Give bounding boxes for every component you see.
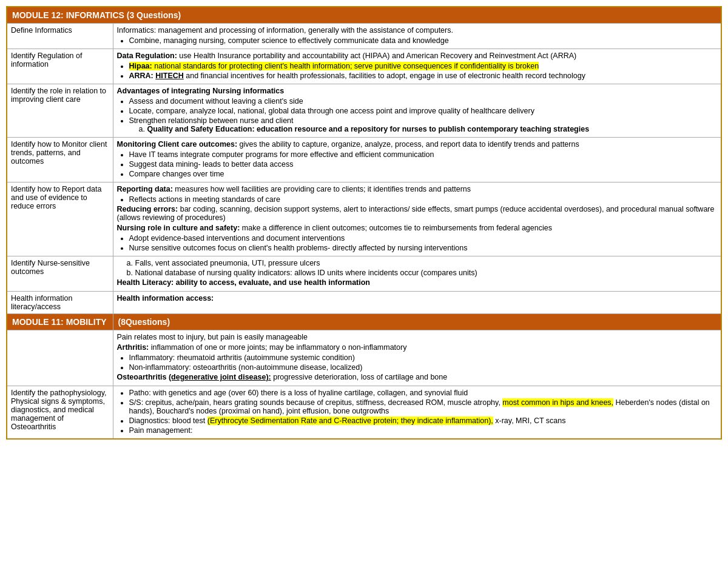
left-label: Identify the role in relation to improvi… <box>7 84 113 138</box>
module11-header-row: MODULE 11: MOBILITY (8Questions) <box>7 314 721 330</box>
left-label: Identify Regulation of information <box>7 49 113 84</box>
table-row: Identify Regulation of information Data … <box>7 49 721 84</box>
left-label: Identify the pathophysiology, Physical s… <box>7 386 113 440</box>
right-content: Pain relates most to injury, but pain is… <box>113 330 721 386</box>
table-row: Define Informatics Informatics: manageme… <box>7 24 721 49</box>
module12-header-row: MODULE 12: INFORMATICS (3 Questions) <box>7 7 721 24</box>
right-content: Data Regulation: use Health Insurance po… <box>113 49 721 84</box>
left-label: Define Informatics <box>7 24 113 49</box>
left-label: Health information literacy/access <box>7 292 113 314</box>
right-content: Monitoring Client care outcomes: gives t… <box>113 138 721 182</box>
left-label <box>7 330 113 386</box>
table-row: Identify the pathophysiology, Physical s… <box>7 386 721 440</box>
table-row: Identify the role in relation to improvi… <box>7 84 721 138</box>
left-label: Identify Nurse-sensitive outcomes <box>7 256 113 292</box>
left-label: Identify how to Monitor client trends, p… <box>7 138 113 182</box>
right-content: Health information access: <box>113 292 721 314</box>
right-content: Informatics: management and processing o… <box>113 24 721 49</box>
right-content: Falls, vent associated pneumonia, UTI, p… <box>113 256 721 292</box>
table-row: Health information literacy/access Healt… <box>7 292 721 314</box>
table-row: Pain relates most to injury, but pain is… <box>7 330 721 386</box>
right-content: Patho: with genetics and age (over 60) t… <box>113 386 721 440</box>
module12-header: MODULE 12: INFORMATICS (3 Questions) <box>7 7 721 24</box>
main-table: MODULE 12: INFORMATICS (3 Questions) Def… <box>6 6 722 440</box>
table-row: Identify how to Report data and use of e… <box>7 182 721 256</box>
module11-right-header: (8Questions) <box>113 314 721 330</box>
right-content: Reporting data: measures how well facili… <box>113 182 721 256</box>
module11-left-header: MODULE 11: MOBILITY <box>7 314 113 330</box>
table-row: Identify Nurse-sensitive outcomes Falls,… <box>7 256 721 292</box>
table-row: Identify how to Monitor client trends, p… <box>7 138 721 182</box>
left-label: Identify how to Report data and use of e… <box>7 182 113 256</box>
right-content: Advantages of integrating Nursing inform… <box>113 84 721 138</box>
